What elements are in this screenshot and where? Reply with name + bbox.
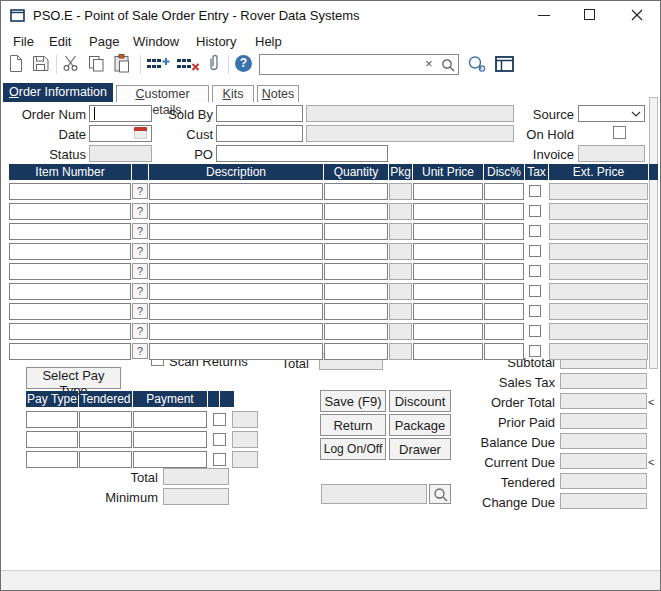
item-number-input[interactable] xyxy=(9,243,131,260)
tax-checkbox[interactable] xyxy=(529,225,541,237)
tab-order-information[interactable]: Order Information xyxy=(3,83,113,102)
select-pay-type-button[interactable]: Select Pay Type xyxy=(26,367,121,389)
payment-input[interactable] xyxy=(133,411,207,428)
disc-input[interactable] xyxy=(484,263,524,280)
tax-checkbox[interactable] xyxy=(529,265,541,277)
menu-window[interactable]: Window xyxy=(133,34,179,49)
menu-file[interactable]: File xyxy=(13,34,34,49)
item-lookup-button[interactable]: ? xyxy=(132,343,148,359)
item-lookup-button[interactable]: ? xyxy=(132,223,148,239)
quantity-input[interactable] xyxy=(324,323,388,340)
payment-input[interactable] xyxy=(133,431,207,448)
unit-price-input[interactable] xyxy=(413,263,483,280)
on-hold-checkbox[interactable] xyxy=(613,126,626,139)
pay-flag-checkbox[interactable] xyxy=(213,453,226,466)
item-number-input[interactable] xyxy=(9,203,131,220)
pay-action-button[interactable] xyxy=(232,411,258,428)
description-input[interactable] xyxy=(149,283,323,300)
insert-row-icon[interactable] xyxy=(147,57,171,72)
unit-price-input[interactable] xyxy=(413,183,483,200)
unit-price-input[interactable] xyxy=(413,283,483,300)
copy-icon[interactable] xyxy=(88,55,105,72)
tendered-input[interactable] xyxy=(79,431,132,448)
source-select[interactable] xyxy=(578,105,645,122)
sold-by-input[interactable] xyxy=(216,105,303,122)
help-icon[interactable]: ? xyxy=(235,55,252,72)
disc-input[interactable] xyxy=(484,283,524,300)
attachment-icon[interactable] xyxy=(207,53,221,73)
pay-flag-checkbox[interactable] xyxy=(213,433,226,446)
pay-flag-checkbox[interactable] xyxy=(213,413,226,426)
item-lookup-button[interactable]: ? xyxy=(132,323,148,339)
disc-input[interactable] xyxy=(484,323,524,340)
return-button[interactable]: Return xyxy=(320,414,386,436)
tax-checkbox[interactable] xyxy=(529,245,541,257)
calendar-icon[interactable] xyxy=(134,127,147,139)
menu-help[interactable]: Help xyxy=(255,34,282,49)
tab-kits[interactable]: Kits xyxy=(212,85,254,102)
window-layout-icon[interactable] xyxy=(495,56,514,72)
paste-icon[interactable] xyxy=(113,53,131,73)
item-number-input[interactable] xyxy=(9,223,131,240)
description-input[interactable] xyxy=(149,243,323,260)
tendered-input[interactable] xyxy=(79,451,132,468)
disc-input[interactable] xyxy=(484,303,524,320)
quantity-input[interactable] xyxy=(324,283,388,300)
menu-edit[interactable]: Edit xyxy=(49,34,71,49)
tax-checkbox[interactable] xyxy=(529,185,541,197)
menu-page[interactable]: Page xyxy=(89,34,119,49)
disc-input[interactable] xyxy=(484,203,524,220)
tendered-input[interactable] xyxy=(79,411,132,428)
quantity-input[interactable] xyxy=(324,303,388,320)
new-document-icon[interactable] xyxy=(8,54,24,73)
description-input[interactable] xyxy=(149,203,323,220)
quantity-input[interactable] xyxy=(324,243,388,260)
delete-row-icon[interactable] xyxy=(177,57,201,72)
item-number-input[interactable] xyxy=(9,263,131,280)
disc-input[interactable] xyxy=(484,243,524,260)
disc-input[interactable] xyxy=(484,183,524,200)
tax-checkbox[interactable] xyxy=(529,305,541,317)
cust-input[interactable] xyxy=(216,125,303,142)
cut-icon[interactable] xyxy=(62,55,80,72)
search-icon[interactable] xyxy=(441,58,456,72)
item-lookup-button[interactable]: ? xyxy=(132,263,148,279)
menu-history[interactable]: History xyxy=(196,34,236,49)
item-lookup-button[interactable]: ? xyxy=(132,303,148,319)
quantity-input[interactable] xyxy=(324,183,388,200)
disc-input[interactable] xyxy=(484,223,524,240)
item-number-input[interactable] xyxy=(9,303,131,320)
unit-price-input[interactable] xyxy=(413,343,483,360)
pay-action-button[interactable] xyxy=(232,431,258,448)
pay-type-input[interactable] xyxy=(26,451,78,468)
log-on-off-button[interactable]: Log On/Off xyxy=(320,438,386,460)
quantity-input[interactable] xyxy=(324,203,388,220)
tax-checkbox[interactable] xyxy=(529,325,541,337)
item-number-input[interactable] xyxy=(9,183,131,200)
disc-input[interactable] xyxy=(484,343,524,360)
description-input[interactable] xyxy=(149,323,323,340)
pay-action-button[interactable] xyxy=(232,451,258,468)
item-number-input[interactable] xyxy=(9,343,131,360)
description-input[interactable] xyxy=(149,223,323,240)
item-lookup-button[interactable]: ? xyxy=(132,283,148,299)
tax-checkbox[interactable] xyxy=(529,345,541,357)
quantity-input[interactable] xyxy=(324,263,388,280)
save-icon[interactable] xyxy=(32,55,49,72)
quantity-input[interactable] xyxy=(324,223,388,240)
item-number-input[interactable] xyxy=(9,323,131,340)
unit-price-input[interactable] xyxy=(413,303,483,320)
unit-price-input[interactable] xyxy=(413,223,483,240)
record-lookup-icon[interactable] xyxy=(467,55,487,73)
tax-checkbox[interactable] xyxy=(529,285,541,297)
description-input[interactable] xyxy=(149,343,323,360)
order-num-input[interactable] xyxy=(89,105,152,122)
clear-search-icon[interactable]: × xyxy=(425,56,433,71)
item-lookup-button[interactable]: ? xyxy=(132,243,148,259)
item-lookup-button[interactable]: ? xyxy=(132,183,148,199)
description-input[interactable] xyxy=(149,303,323,320)
save-button[interactable]: Save (F9) xyxy=(320,390,386,412)
tab-customer-details[interactable]: Customer Details xyxy=(116,85,209,102)
unit-price-input[interactable] xyxy=(413,323,483,340)
description-input[interactable] xyxy=(149,263,323,280)
